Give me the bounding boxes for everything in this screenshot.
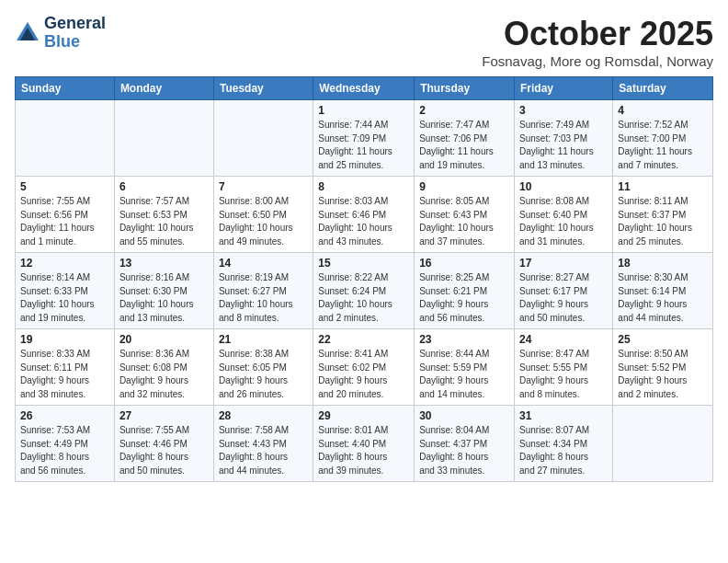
calendar-cell: 26Sunrise: 7:53 AMSunset: 4:49 PMDayligh… <box>16 406 115 482</box>
weekday-header: Wednesday <box>313 77 415 100</box>
calendar-cell: 1Sunrise: 7:44 AMSunset: 7:09 PMDaylight… <box>313 100 415 177</box>
day-detail: Sunrise: 8:19 AMSunset: 6:27 PMDaylight:… <box>219 271 308 325</box>
day-detail: Sunrise: 8:25 AMSunset: 6:21 PMDaylight:… <box>419 271 509 325</box>
calendar-cell: 22Sunrise: 8:41 AMSunset: 6:02 PMDayligh… <box>313 329 415 406</box>
day-number: 25 <box>618 333 708 346</box>
calendar-cell: 30Sunrise: 8:04 AMSunset: 4:37 PMDayligh… <box>415 406 515 482</box>
day-number: 8 <box>318 180 409 193</box>
day-number: 28 <box>219 409 308 422</box>
day-number: 5 <box>20 180 109 193</box>
weekday-header: Monday <box>114 77 213 100</box>
weekday-header: Thursday <box>415 77 515 100</box>
day-detail: Sunrise: 8:33 AMSunset: 6:11 PMDaylight:… <box>20 348 109 401</box>
day-detail: Sunrise: 8:30 AMSunset: 6:14 PMDaylight:… <box>618 271 708 325</box>
day-number: 11 <box>618 180 708 193</box>
day-number: 10 <box>519 180 608 193</box>
day-detail: Sunrise: 8:04 AMSunset: 4:37 PMDaylight:… <box>419 424 509 477</box>
day-detail: Sunrise: 8:08 AMSunset: 6:40 PMDaylight:… <box>519 195 608 248</box>
day-number: 2 <box>419 104 509 117</box>
logo: General Blue <box>15 15 106 52</box>
day-number: 27 <box>119 409 209 422</box>
calendar-week-row: 5Sunrise: 7:55 AMSunset: 6:56 PMDaylight… <box>16 177 713 253</box>
calendar-cell: 28Sunrise: 7:58 AMSunset: 4:43 PMDayligh… <box>213 406 313 482</box>
weekday-header: Sunday <box>16 77 115 100</box>
logo-icon <box>15 20 40 46</box>
calendar-cell: 23Sunrise: 8:44 AMSunset: 5:59 PMDayligh… <box>415 329 515 406</box>
weekday-header-row: SundayMondayTuesdayWednesdayThursdayFrid… <box>16 77 713 100</box>
calendar-cell: 5Sunrise: 7:55 AMSunset: 6:56 PMDaylight… <box>16 177 115 253</box>
day-detail: Sunrise: 8:16 AMSunset: 6:30 PMDaylight:… <box>119 271 209 325</box>
calendar-body: 1Sunrise: 7:44 AMSunset: 7:09 PMDaylight… <box>16 100 713 482</box>
day-detail: Sunrise: 7:55 AMSunset: 4:46 PMDaylight:… <box>119 424 209 477</box>
day-detail: Sunrise: 8:03 AMSunset: 6:46 PMDaylight:… <box>318 195 409 248</box>
day-detail: Sunrise: 7:44 AMSunset: 7:09 PMDaylight:… <box>318 119 409 172</box>
day-detail: Sunrise: 8:00 AMSunset: 6:50 PMDaylight:… <box>219 195 308 248</box>
day-number: 26 <box>20 409 109 422</box>
day-number: 12 <box>20 257 109 270</box>
day-detail: Sunrise: 8:41 AMSunset: 6:02 PMDaylight:… <box>318 348 409 401</box>
location-title: Fosnavag, More og Romsdal, Norway <box>482 53 713 69</box>
day-detail: Sunrise: 7:57 AMSunset: 6:53 PMDaylight:… <box>119 195 209 248</box>
day-number: 24 <box>519 333 608 346</box>
day-detail: Sunrise: 7:55 AMSunset: 6:56 PMDaylight:… <box>20 195 109 248</box>
calendar-cell: 27Sunrise: 7:55 AMSunset: 4:46 PMDayligh… <box>114 406 213 482</box>
calendar-cell: 4Sunrise: 7:52 AMSunset: 7:00 PMDaylight… <box>613 100 713 177</box>
calendar-week-row: 26Sunrise: 7:53 AMSunset: 4:49 PMDayligh… <box>16 406 713 482</box>
day-detail: Sunrise: 8:38 AMSunset: 6:05 PMDaylight:… <box>219 348 308 401</box>
day-detail: Sunrise: 7:58 AMSunset: 4:43 PMDaylight:… <box>219 424 308 477</box>
calendar-cell: 24Sunrise: 8:47 AMSunset: 5:55 PMDayligh… <box>515 329 613 406</box>
day-detail: Sunrise: 8:50 AMSunset: 5:52 PMDaylight:… <box>618 348 708 401</box>
calendar-cell: 31Sunrise: 8:07 AMSunset: 4:34 PMDayligh… <box>515 406 613 482</box>
day-detail: Sunrise: 8:01 AMSunset: 4:40 PMDaylight:… <box>318 424 409 477</box>
calendar-week-row: 12Sunrise: 8:14 AMSunset: 6:33 PMDayligh… <box>16 253 713 329</box>
calendar-cell: 21Sunrise: 8:38 AMSunset: 6:05 PMDayligh… <box>213 329 313 406</box>
day-number: 30 <box>419 409 509 422</box>
logo-general: General <box>44 15 106 33</box>
day-detail: Sunrise: 8:47 AMSunset: 5:55 PMDaylight:… <box>519 348 608 401</box>
day-number: 14 <box>219 257 308 270</box>
calendar-cell <box>213 100 313 177</box>
day-detail: Sunrise: 8:11 AMSunset: 6:37 PMDaylight:… <box>618 195 708 248</box>
calendar-cell: 12Sunrise: 8:14 AMSunset: 6:33 PMDayligh… <box>16 253 115 329</box>
day-detail: Sunrise: 7:52 AMSunset: 7:00 PMDaylight:… <box>618 119 708 172</box>
calendar-week-row: 1Sunrise: 7:44 AMSunset: 7:09 PMDaylight… <box>16 100 713 177</box>
day-number: 29 <box>318 409 409 422</box>
calendar-cell: 3Sunrise: 7:49 AMSunset: 7:03 PMDaylight… <box>515 100 613 177</box>
calendar-cell: 19Sunrise: 8:33 AMSunset: 6:11 PMDayligh… <box>16 329 115 406</box>
calendar-cell: 17Sunrise: 8:27 AMSunset: 6:17 PMDayligh… <box>515 253 613 329</box>
day-number: 9 <box>419 180 509 193</box>
calendar-cell: 29Sunrise: 8:01 AMSunset: 4:40 PMDayligh… <box>313 406 415 482</box>
day-number: 17 <box>519 257 608 270</box>
day-number: 19 <box>20 333 109 346</box>
day-number: 16 <box>419 257 509 270</box>
calendar-cell: 9Sunrise: 8:05 AMSunset: 6:43 PMDaylight… <box>415 177 515 253</box>
day-number: 23 <box>419 333 509 346</box>
calendar: SundayMondayTuesdayWednesdayThursdayFrid… <box>15 76 713 482</box>
calendar-cell: 7Sunrise: 8:00 AMSunset: 6:50 PMDaylight… <box>213 177 313 253</box>
calendar-cell: 15Sunrise: 8:22 AMSunset: 6:24 PMDayligh… <box>313 253 415 329</box>
title-area: October 2025 Fosnavag, More og Romsdal, … <box>482 15 713 69</box>
day-detail: Sunrise: 8:27 AMSunset: 6:17 PMDaylight:… <box>519 271 608 325</box>
day-detail: Sunrise: 8:22 AMSunset: 6:24 PMDaylight:… <box>318 271 409 325</box>
calendar-cell: 16Sunrise: 8:25 AMSunset: 6:21 PMDayligh… <box>415 253 515 329</box>
day-number: 3 <box>519 104 608 117</box>
logo-blue: Blue <box>44 33 106 52</box>
calendar-cell: 11Sunrise: 8:11 AMSunset: 6:37 PMDayligh… <box>613 177 713 253</box>
calendar-cell: 8Sunrise: 8:03 AMSunset: 6:46 PMDaylight… <box>313 177 415 253</box>
calendar-cell <box>613 406 713 482</box>
calendar-cell: 18Sunrise: 8:30 AMSunset: 6:14 PMDayligh… <box>613 253 713 329</box>
calendar-cell: 20Sunrise: 8:36 AMSunset: 6:08 PMDayligh… <box>114 329 213 406</box>
day-number: 31 <box>519 409 608 422</box>
calendar-week-row: 19Sunrise: 8:33 AMSunset: 6:11 PMDayligh… <box>16 329 713 406</box>
calendar-cell: 14Sunrise: 8:19 AMSunset: 6:27 PMDayligh… <box>213 253 313 329</box>
calendar-cell <box>114 100 213 177</box>
day-detail: Sunrise: 7:47 AMSunset: 7:06 PMDaylight:… <box>419 119 509 172</box>
calendar-cell: 10Sunrise: 8:08 AMSunset: 6:40 PMDayligh… <box>515 177 613 253</box>
calendar-cell: 6Sunrise: 7:57 AMSunset: 6:53 PMDaylight… <box>114 177 213 253</box>
day-detail: Sunrise: 8:36 AMSunset: 6:08 PMDaylight:… <box>119 348 209 401</box>
day-number: 21 <box>219 333 308 346</box>
day-detail: Sunrise: 8:44 AMSunset: 5:59 PMDaylight:… <box>419 348 509 401</box>
header: General Blue October 2025 Fosnavag, More… <box>15 15 713 69</box>
weekday-header: Friday <box>515 77 613 100</box>
calendar-cell: 13Sunrise: 8:16 AMSunset: 6:30 PMDayligh… <box>114 253 213 329</box>
